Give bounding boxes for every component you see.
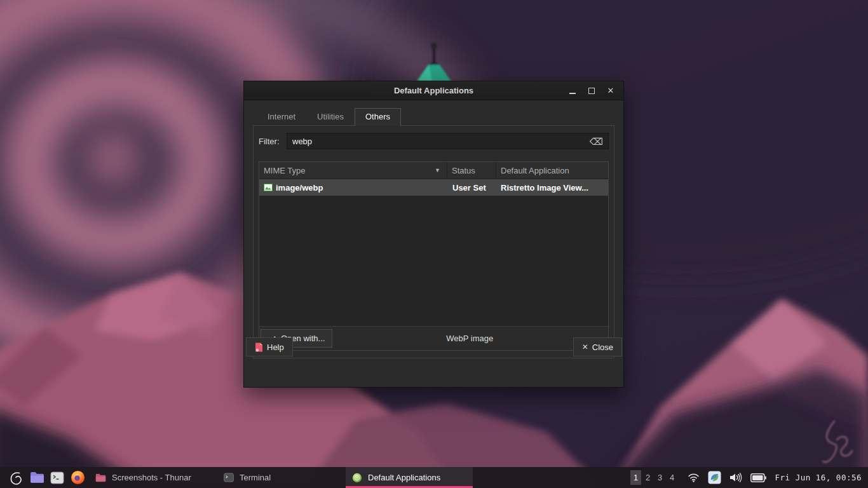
table-row[interactable]: image/webp User Set Ristretto Image View… bbox=[259, 179, 608, 196]
close-window-button[interactable]: ✕ bbox=[606, 86, 616, 96]
window-title: Default Applications bbox=[244, 86, 623, 95]
terminal-icon bbox=[50, 471, 64, 484]
close-button[interactable]: ✕ Close bbox=[573, 337, 622, 356]
others-tab-page: Filter: ⌫ MIME Type ▼ Status Defau bbox=[253, 125, 614, 358]
pink-folder-icon bbox=[95, 473, 106, 482]
mime-table: MIME Type ▼ Status Default Application bbox=[259, 161, 609, 351]
clear-filter-icon[interactable]: ⌫ bbox=[590, 137, 603, 146]
minimize-button[interactable] bbox=[567, 86, 578, 96]
workspace-pager: 1 2 3 4 bbox=[630, 470, 677, 485]
purple-folder-icon bbox=[30, 471, 44, 484]
task-list: Screenshots - Thunar Terminal Default Ap… bbox=[89, 467, 473, 488]
tab-bar: Internet Utilities Others bbox=[253, 108, 614, 125]
sort-descending-icon: ▼ bbox=[435, 167, 442, 173]
maximize-button[interactable] bbox=[587, 86, 597, 96]
firefox-launcher[interactable] bbox=[69, 467, 86, 488]
column-header-mime-type[interactable]: MIME Type ▼ bbox=[259, 162, 447, 179]
column-header-status[interactable]: Status bbox=[447, 162, 496, 179]
maximize-icon bbox=[588, 88, 595, 94]
minimize-icon bbox=[569, 93, 576, 94]
tab-internet[interactable]: Internet bbox=[257, 108, 306, 125]
workspace-2[interactable]: 2 bbox=[642, 470, 653, 485]
titlebar[interactable]: Default Applications ✕ bbox=[244, 81, 623, 100]
task-terminal[interactable]: Terminal bbox=[217, 467, 344, 488]
task-default-applications[interactable]: Default Applications bbox=[346, 467, 473, 488]
system-tray bbox=[688, 467, 766, 488]
row-status: User Set bbox=[452, 183, 486, 193]
network-app-tray-icon[interactable] bbox=[708, 471, 721, 484]
filter-label: Filter: bbox=[259, 137, 287, 146]
table-empty-area[interactable] bbox=[259, 196, 608, 326]
task-screenshots-thunar[interactable]: Screenshots - Thunar bbox=[89, 467, 216, 488]
table-header: MIME Type ▼ Status Default Application bbox=[259, 162, 608, 179]
close-icon: ✕ bbox=[607, 86, 614, 95]
workspace-1[interactable]: 1 bbox=[630, 470, 641, 485]
close-button-icon: ✕ bbox=[582, 342, 588, 351]
default-applications-window: Default Applications ✕ Internet Utilitie… bbox=[243, 81, 624, 388]
distro-swirl-icon bbox=[9, 471, 23, 485]
workspace-3[interactable]: 3 bbox=[654, 470, 665, 485]
filter-input[interactable] bbox=[292, 137, 590, 146]
workspace-4[interactable]: 4 bbox=[667, 470, 677, 485]
row-mime-type: image/webp bbox=[276, 183, 323, 193]
row-default-application: Ristretto Image View... bbox=[501, 183, 588, 193]
applications-menu-button[interactable] bbox=[5, 467, 27, 488]
column-header-default-application[interactable]: Default Application bbox=[496, 162, 608, 179]
taskbar: Screenshots - Thunar Terminal Default Ap… bbox=[0, 467, 868, 488]
filter-field-frame: ⌫ bbox=[287, 133, 609, 149]
terminal-launcher[interactable] bbox=[48, 467, 66, 488]
wifi-icon[interactable] bbox=[688, 473, 700, 482]
file-manager-launcher[interactable] bbox=[28, 467, 46, 488]
battery-icon[interactable] bbox=[750, 473, 766, 482]
image-mime-icon bbox=[264, 184, 273, 191]
dark-terminal-icon bbox=[224, 473, 234, 482]
tab-utilities[interactable]: Utilities bbox=[306, 108, 355, 125]
clock[interactable]: Fri Jun 16, 00:56 bbox=[775, 467, 862, 488]
help-document-icon bbox=[255, 342, 263, 352]
help-button[interactable]: Help bbox=[246, 337, 293, 356]
volume-icon[interactable] bbox=[729, 473, 742, 482]
default-applications-icon bbox=[352, 473, 362, 483]
tab-others[interactable]: Others bbox=[355, 108, 401, 126]
firefox-icon bbox=[71, 470, 85, 485]
